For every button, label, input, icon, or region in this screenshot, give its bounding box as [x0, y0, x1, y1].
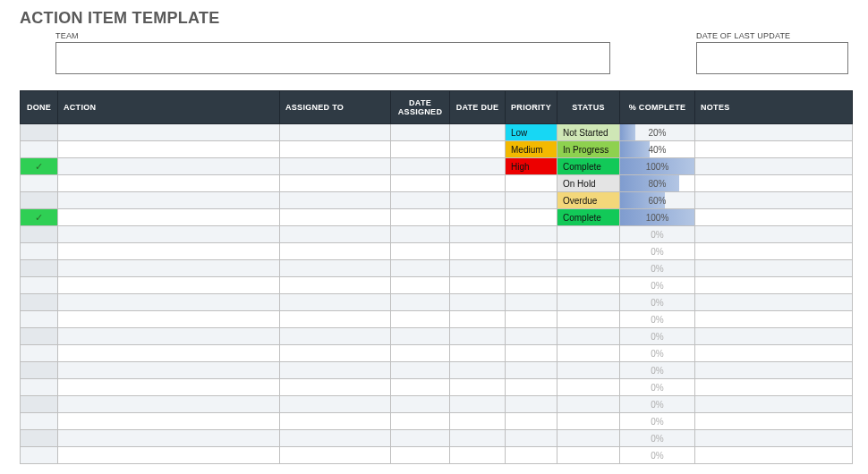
- done-cell[interactable]: [21, 328, 58, 345]
- status-cell[interactable]: [557, 447, 620, 464]
- assigned-to-cell[interactable]: [280, 209, 391, 226]
- pct-complete-cell[interactable]: 20%: [620, 124, 695, 141]
- action-cell[interactable]: [58, 379, 280, 396]
- action-cell[interactable]: [58, 413, 280, 430]
- action-cell[interactable]: [58, 328, 280, 345]
- date-due-cell[interactable]: [450, 158, 506, 175]
- status-cell[interactable]: [557, 345, 620, 362]
- action-cell[interactable]: [58, 226, 280, 243]
- action-cell[interactable]: [58, 243, 280, 260]
- status-cell[interactable]: [557, 379, 620, 396]
- date-assigned-cell[interactable]: [391, 192, 450, 209]
- date-assigned-cell[interactable]: [391, 362, 450, 379]
- pct-complete-cell[interactable]: 60%: [620, 192, 695, 209]
- priority-cell[interactable]: [506, 413, 557, 430]
- status-cell[interactable]: Overdue: [557, 192, 620, 209]
- status-cell[interactable]: [557, 226, 620, 243]
- assigned-to-cell[interactable]: [280, 226, 391, 243]
- status-cell[interactable]: [557, 430, 620, 447]
- priority-cell[interactable]: [506, 311, 557, 328]
- notes-cell[interactable]: [695, 328, 853, 345]
- notes-cell[interactable]: [695, 209, 853, 226]
- notes-cell[interactable]: [695, 362, 853, 379]
- assigned-to-cell[interactable]: [280, 396, 391, 413]
- priority-cell[interactable]: [506, 379, 557, 396]
- notes-cell[interactable]: [695, 379, 853, 396]
- done-cell[interactable]: [21, 447, 58, 464]
- done-cell[interactable]: [21, 311, 58, 328]
- action-cell[interactable]: [58, 447, 280, 464]
- notes-cell[interactable]: [695, 226, 853, 243]
- date-due-cell[interactable]: [450, 243, 506, 260]
- pct-complete-cell[interactable]: 0%: [620, 277, 695, 294]
- action-cell[interactable]: [58, 141, 280, 158]
- date-input[interactable]: [696, 42, 848, 74]
- action-cell[interactable]: [58, 311, 280, 328]
- date-due-cell[interactable]: [450, 226, 506, 243]
- status-cell[interactable]: [557, 260, 620, 277]
- assigned-to-cell[interactable]: [280, 158, 391, 175]
- priority-cell[interactable]: [506, 260, 557, 277]
- pct-complete-cell[interactable]: 0%: [620, 430, 695, 447]
- date-due-cell[interactable]: [450, 396, 506, 413]
- date-due-cell[interactable]: [450, 430, 506, 447]
- assigned-to-cell[interactable]: [280, 362, 391, 379]
- notes-cell[interactable]: [695, 294, 853, 311]
- done-cell[interactable]: [21, 124, 58, 141]
- priority-cell[interactable]: [506, 362, 557, 379]
- pct-complete-cell[interactable]: 0%: [620, 447, 695, 464]
- priority-cell[interactable]: [506, 175, 557, 192]
- date-assigned-cell[interactable]: [391, 379, 450, 396]
- notes-cell[interactable]: [695, 447, 853, 464]
- notes-cell[interactable]: [695, 413, 853, 430]
- notes-cell[interactable]: [695, 141, 853, 158]
- action-cell[interactable]: [58, 277, 280, 294]
- date-assigned-cell[interactable]: [391, 260, 450, 277]
- team-input[interactable]: [55, 42, 610, 74]
- date-due-cell[interactable]: [450, 311, 506, 328]
- date-assigned-cell[interactable]: [391, 294, 450, 311]
- priority-cell[interactable]: Low: [506, 124, 557, 141]
- pct-complete-cell[interactable]: 100%: [620, 158, 695, 175]
- action-cell[interactable]: [58, 209, 280, 226]
- done-cell[interactable]: [21, 243, 58, 260]
- done-cell[interactable]: [21, 175, 58, 192]
- notes-cell[interactable]: [695, 277, 853, 294]
- assigned-to-cell[interactable]: [280, 430, 391, 447]
- notes-cell[interactable]: [695, 396, 853, 413]
- notes-cell[interactable]: [695, 311, 853, 328]
- action-cell[interactable]: [58, 345, 280, 362]
- done-cell[interactable]: [21, 260, 58, 277]
- date-assigned-cell[interactable]: [391, 141, 450, 158]
- date-due-cell[interactable]: [450, 447, 506, 464]
- priority-cell[interactable]: [506, 226, 557, 243]
- done-cell[interactable]: [21, 379, 58, 396]
- done-cell[interactable]: ✓: [21, 209, 58, 226]
- date-assigned-cell[interactable]: [391, 124, 450, 141]
- status-cell[interactable]: Complete: [557, 209, 620, 226]
- date-assigned-cell[interactable]: [391, 447, 450, 464]
- pct-complete-cell[interactable]: 0%: [620, 260, 695, 277]
- action-cell[interactable]: [58, 124, 280, 141]
- pct-complete-cell[interactable]: 0%: [620, 294, 695, 311]
- pct-complete-cell[interactable]: 40%: [620, 141, 695, 158]
- pct-complete-cell[interactable]: 0%: [620, 345, 695, 362]
- status-cell[interactable]: On Hold: [557, 175, 620, 192]
- done-cell[interactable]: [21, 345, 58, 362]
- done-cell[interactable]: [21, 141, 58, 158]
- status-cell[interactable]: [557, 311, 620, 328]
- priority-cell[interactable]: [506, 396, 557, 413]
- notes-cell[interactable]: [695, 430, 853, 447]
- assigned-to-cell[interactable]: [280, 260, 391, 277]
- action-cell[interactable]: [58, 192, 280, 209]
- notes-cell[interactable]: [695, 260, 853, 277]
- priority-cell[interactable]: [506, 345, 557, 362]
- priority-cell[interactable]: [506, 243, 557, 260]
- notes-cell[interactable]: [695, 192, 853, 209]
- date-due-cell[interactable]: [450, 345, 506, 362]
- pct-complete-cell[interactable]: 0%: [620, 396, 695, 413]
- assigned-to-cell[interactable]: [280, 413, 391, 430]
- notes-cell[interactable]: [695, 124, 853, 141]
- date-due-cell[interactable]: [450, 362, 506, 379]
- assigned-to-cell[interactable]: [280, 311, 391, 328]
